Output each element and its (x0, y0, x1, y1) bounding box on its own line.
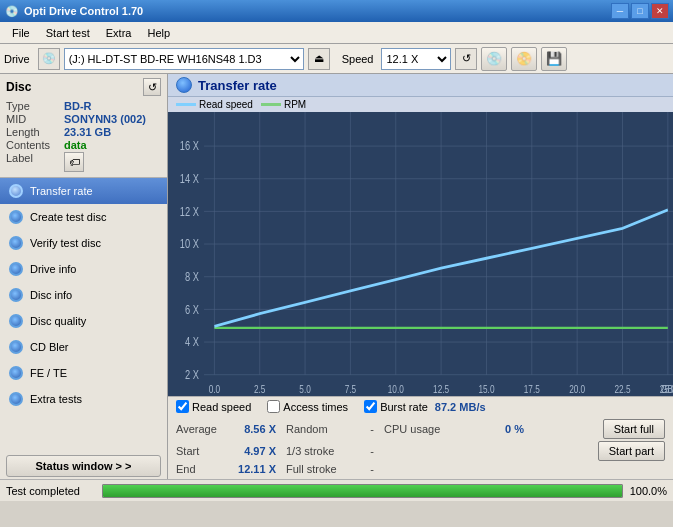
app-icon: 💿 (4, 3, 20, 19)
random-label: Random (286, 423, 356, 435)
legend-read-speed: Read speed (176, 99, 253, 110)
stats-row-1: Average 8.56 X Random - CPU usage 0 % St… (176, 419, 665, 439)
nav-icon-transfer-rate (8, 183, 24, 199)
mid-label: MID (6, 113, 64, 125)
close-button[interactable]: ✕ (651, 3, 669, 19)
chart-legend: Read speed RPM (168, 97, 673, 112)
cb-access-times-input[interactable] (267, 400, 280, 413)
nav-drive-info[interactable]: Drive info (0, 256, 167, 282)
disc-button-1[interactable]: 💿 (481, 47, 507, 71)
svg-text:14 X: 14 X (180, 172, 200, 186)
drive-label: Drive (4, 53, 30, 65)
nav-cd-bler[interactable]: CD Bler (0, 334, 167, 360)
disc-panel: Disc ↺ Type BD-R MID SONYNN3 (002) Lengt… (0, 74, 167, 178)
cb-burst-rate: Burst rate 87.2 MB/s (364, 400, 485, 413)
menu-extra[interactable]: Extra (98, 25, 140, 41)
nav-icon-fe-te (8, 365, 24, 381)
nav-fe-te[interactable]: FE / TE (0, 360, 167, 386)
end-value: 12.11 X (226, 463, 276, 475)
cb-burst-rate-label: Burst rate (380, 401, 428, 413)
svg-text:8 X: 8 X (185, 270, 199, 284)
minimize-button[interactable]: ─ (611, 3, 629, 19)
nav-label-transfer-rate: Transfer rate (30, 185, 93, 197)
svg-text:10 X: 10 X (180, 237, 200, 251)
window-controls: ─ □ ✕ (611, 3, 669, 19)
save-button[interactable]: 💾 (541, 47, 567, 71)
disc-label-label: Label (6, 152, 64, 172)
nav-icon-cd-bler (8, 339, 24, 355)
length-value: 23.31 GB (64, 126, 111, 138)
type-value: BD-R (64, 100, 92, 112)
svg-text:2 X: 2 X (185, 368, 199, 382)
nav-label-cd-bler: CD Bler (30, 341, 69, 353)
burst-rate-value: 87.2 MB/s (435, 401, 486, 413)
nav-icon-disc-info (8, 287, 24, 303)
progressbar-area: Test completed 100.0% (0, 479, 673, 501)
cb-read-speed-label: Read speed (192, 401, 251, 413)
cb-burst-rate-input[interactable] (364, 400, 377, 413)
status-window-button[interactable]: Status window > > (6, 455, 161, 477)
menu-help[interactable]: Help (139, 25, 178, 41)
menu-start-test[interactable]: Start test (38, 25, 98, 41)
svg-text:GB: GB (661, 383, 673, 396)
nav-verify-test-disc[interactable]: Verify test disc (0, 230, 167, 256)
disc-button-2[interactable]: 📀 (511, 47, 537, 71)
nav-label-verify-test-disc: Verify test disc (30, 237, 101, 249)
svg-text:5.0: 5.0 (299, 383, 311, 396)
nav-transfer-rate[interactable]: Transfer rate (0, 178, 167, 204)
titlebar: 💿 Opti Drive Control 1.70 ─ □ ✕ (0, 0, 673, 22)
stats-area: Average 8.56 X Random - CPU usage 0 % St… (168, 416, 673, 479)
nav-label-create-test-disc: Create test disc (30, 211, 106, 223)
cpu-value: 0 % (464, 423, 524, 435)
start-value: 4.97 X (226, 445, 276, 457)
content-area: Transfer rate Read speed RPM (168, 74, 673, 479)
contents-label: Contents (6, 139, 64, 151)
nav-icon-create-test-disc (8, 209, 24, 225)
mid-value: SONYNN3 (002) (64, 113, 146, 125)
refresh-speed-button[interactable]: ↺ (455, 48, 477, 70)
svg-rect-0 (168, 112, 673, 396)
disc-label-icon[interactable]: 🏷 (64, 152, 84, 172)
nav-disc-info[interactable]: Disc info (0, 282, 167, 308)
svg-text:6 X: 6 X (185, 302, 199, 316)
disc-refresh-button[interactable]: ↺ (143, 78, 161, 96)
nav-disc-quality[interactable]: Disc quality (0, 308, 167, 334)
eject-button[interactable]: ⏏ (308, 48, 330, 70)
svg-text:0.0: 0.0 (209, 383, 221, 396)
length-label: Length (6, 126, 64, 138)
drive-select[interactable]: (J:) HL-DT-ST BD-RE WH16NS48 1.D3 (64, 48, 304, 70)
progress-percentage: 100.0% (629, 485, 667, 497)
svg-text:7.5: 7.5 (345, 383, 357, 396)
stroke1-3-value: - (356, 445, 374, 457)
start-full-button[interactable]: Start full (603, 419, 665, 439)
nav-icon-disc-quality (8, 313, 24, 329)
stats-row-3: End 12.11 X Full stroke - (176, 463, 665, 475)
app-title: Opti Drive Control 1.70 (24, 5, 611, 17)
start-part-button[interactable]: Start part (598, 441, 665, 461)
svg-text:22.5: 22.5 (614, 383, 630, 396)
speed-label: Speed (342, 53, 374, 65)
chart-svg: 2 X 4 X 6 X 8 X 10 X 12 X 14 X 16 X 0.0 … (168, 112, 673, 396)
speed-select[interactable]: 12.1 X (381, 48, 451, 70)
cb-read-speed: Read speed (176, 400, 251, 413)
progress-status-text: Test completed (6, 485, 96, 497)
contents-value: data (64, 139, 87, 151)
maximize-button[interactable]: □ (631, 3, 649, 19)
menu-file[interactable]: File (4, 25, 38, 41)
disc-title: Disc (6, 80, 31, 94)
nav-label-disc-quality: Disc quality (30, 315, 86, 327)
full-stroke-value: - (356, 463, 374, 475)
cb-read-speed-input[interactable] (176, 400, 189, 413)
nav-label-fe-te: FE / TE (30, 367, 67, 379)
legend-rpm-label: RPM (284, 99, 306, 110)
legend-rpm-color (261, 103, 281, 106)
legend-rpm: RPM (261, 99, 306, 110)
svg-text:15.0: 15.0 (478, 383, 494, 396)
full-stroke-label: Full stroke (286, 463, 356, 475)
nav-extra-tests[interactable]: Extra tests (0, 386, 167, 412)
end-label: End (176, 463, 226, 475)
svg-text:12.5: 12.5 (433, 383, 449, 396)
nav-create-test-disc[interactable]: Create test disc (0, 204, 167, 230)
stats-row-2: Start 4.97 X 1/3 stroke - Start part (176, 441, 665, 461)
nav-icon-verify-test-disc (8, 235, 24, 251)
